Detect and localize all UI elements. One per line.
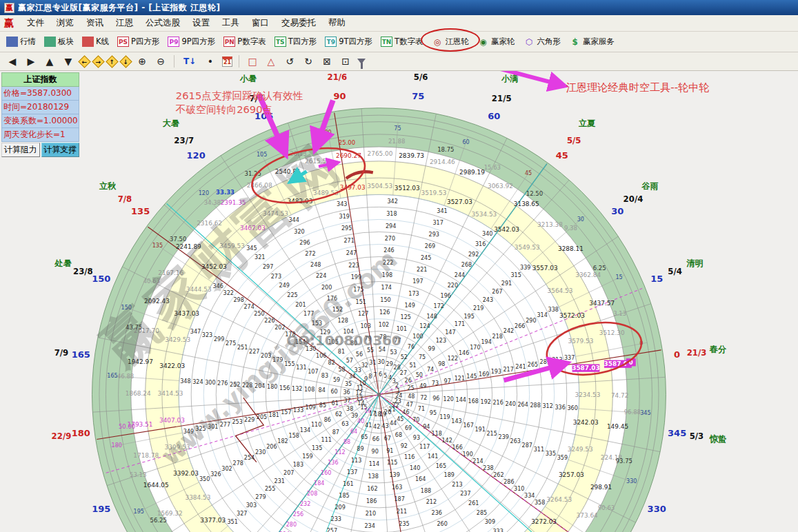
toolbar-button-candlestick[interactable]: K线 [79, 34, 112, 49]
svg-text:7: 7 [373, 372, 377, 378]
calendar-icon[interactable]: 21 [222, 57, 232, 67]
hexagon-icon: ⬡ [523, 37, 535, 47]
svg-text:35: 35 [345, 381, 352, 387]
down-triangle-icon[interactable]: ▼ [61, 56, 75, 67]
svg-text:233: 233 [331, 516, 341, 522]
rotate-cw-icon[interactable]: ↻ [301, 56, 315, 67]
funnel-icon[interactable] [357, 59, 366, 64]
svg-text:214: 214 [472, 458, 483, 464]
svg-text:25: 25 [407, 385, 414, 391]
menu-item-3[interactable]: 江恩 [110, 15, 139, 31]
toolbar-separator [239, 55, 239, 68]
svg-text:327: 327 [237, 511, 247, 517]
svg-text:3392.03: 3392.03 [173, 470, 199, 477]
chart-area[interactable]: 1234567891011121314151617181920212223242… [0, 71, 798, 532]
svg-text:241: 241 [515, 364, 526, 370]
svg-text:297: 297 [263, 264, 273, 270]
toolbar-label: 江恩轮 [446, 37, 470, 47]
tdown-icon[interactable]: T↓ [181, 57, 199, 66]
toolbar-button-ps[interactable]: PSP四方形 [114, 34, 163, 49]
svg-text:163: 163 [392, 484, 402, 491]
box-x-icon[interactable]: ⊠ [320, 56, 334, 67]
svg-text:52: 52 [401, 354, 408, 360]
candlestick-icon [82, 37, 94, 47]
square-tool-icon[interactable]: □ [246, 56, 259, 67]
svg-text:254: 254 [244, 455, 255, 461]
toolbar-button-grid[interactable]: 行情 [3, 34, 39, 49]
svg-text:180: 180 [112, 442, 122, 449]
svg-text:3213.38: 3213.38 [537, 221, 563, 228]
svg-text:201: 201 [295, 302, 306, 308]
svg-text:255: 255 [265, 486, 275, 492]
menu-item-1[interactable]: 浏览 [50, 15, 80, 31]
toolbar-button-tn[interactable]: TNT数字表 [377, 34, 427, 49]
diamond-up-icon[interactable]: ↑ [106, 55, 118, 68]
gann-wheel-canvas[interactable]: 1234567891011121314151617181920212223242… [0, 71, 798, 532]
svg-text:30: 30 [577, 216, 584, 223]
toolbar-button-ts[interactable]: TST四方形 [271, 34, 321, 49]
svg-text:298.91: 298.91 [590, 484, 612, 491]
svg-text:60: 60 [462, 139, 469, 145]
toolbar-button-gann-wheel[interactable]: ◎江恩轮 [428, 34, 473, 49]
toolbar-button-hexagon[interactable]: ⬡六角形 [520, 34, 565, 49]
menu-item-0[interactable]: 文件 [21, 15, 50, 31]
toolbar-button-winner-wheel[interactable]: ◉赢家轮 [474, 34, 519, 49]
toolbar-button-blocks[interactable]: 板块 [41, 34, 77, 49]
svg-text:12.50: 12.50 [526, 190, 543, 197]
svg-text:70: 70 [412, 417, 419, 423]
svg-text:76: 76 [408, 344, 415, 350]
svg-text:81: 81 [338, 349, 345, 355]
svg-text:82: 82 [328, 360, 335, 366]
triangle-tool-icon[interactable]: △ [264, 56, 278, 67]
toolbar-button-dollar[interactable]: $赢家服务 [566, 34, 618, 49]
svg-text:120: 120 [443, 396, 454, 402]
svg-text:3242.03: 3242.03 [573, 419, 599, 426]
tn-icon: TN [381, 37, 392, 47]
svg-text:144: 144 [456, 397, 466, 403]
diamond-down-icon[interactable]: ↓ [119, 55, 132, 68]
rotate-ccw-icon[interactable]: ↺ [283, 56, 297, 67]
diamond-right-icon[interactable]: → [92, 55, 104, 68]
zoom-in-icon[interactable]: ⊕ [135, 56, 149, 67]
toolbar-button-p9[interactable]: P99P四方形 [164, 34, 219, 49]
svg-text:135: 135 [312, 445, 322, 451]
svg-text:159: 159 [302, 453, 312, 460]
svg-text:274: 274 [243, 304, 254, 310]
zoom-out-icon[interactable]: ⊖ [154, 56, 168, 67]
menu-item-9[interactable]: 帮助 [322, 15, 352, 31]
svg-text:121: 121 [455, 376, 465, 382]
menu-item-5[interactable]: 设置 [186, 15, 216, 31]
menu-item-6[interactable]: 工具 [216, 15, 246, 31]
center-icon[interactable]: ⊡ [339, 56, 352, 67]
diamond-left-icon[interactable]: ← [78, 55, 90, 68]
svg-text:3527.03: 3527.03 [447, 198, 472, 205]
svg-text:109: 109 [306, 405, 316, 411]
svg-text:61: 61 [332, 400, 339, 407]
svg-text:1569.32: 1569.32 [157, 510, 183, 517]
svg-text:133: 133 [293, 407, 303, 413]
svg-text:3: 3 [392, 378, 396, 385]
svg-text:118: 118 [432, 431, 442, 437]
svg-text:5/6: 5/6 [414, 72, 428, 82]
forward-icon[interactable]: ▶ [24, 56, 38, 67]
menu-item-7[interactable]: 窗口 [246, 15, 275, 31]
svg-text:269: 269 [425, 243, 435, 249]
menu-item-2[interactable]: 资讯 [80, 15, 110, 31]
menu-item-4[interactable]: 公式选股 [139, 15, 186, 31]
up-triangle-icon[interactable]: ▲ [43, 56, 57, 67]
svg-text:127: 127 [358, 311, 368, 317]
cls-button[interactable]: • [203, 56, 217, 67]
menu-item-8[interactable]: 交易委托 [275, 15, 322, 31]
svg-text:135: 135 [131, 206, 150, 216]
svg-text:132: 132 [292, 386, 302, 392]
calc-resistance-button[interactable]: 计算阻力 [1, 143, 40, 157]
toolbar-button-pn[interactable]: PNP数字表 [220, 34, 269, 49]
toolbar-button-t9[interactable]: T99T四方形 [321, 34, 376, 49]
svg-text:2615点支撑回踩确认有效性: 2615点支撑回踩确认有效性 [176, 90, 303, 101]
calc-support-button[interactable]: 计算支撑 [41, 143, 80, 157]
svg-text:3288.11: 3288.11 [558, 245, 583, 252]
blocks-icon [44, 37, 56, 47]
back-icon[interactable]: ◀ [6, 56, 19, 67]
svg-text:26: 26 [405, 378, 412, 384]
svg-text:149.45: 149.45 [607, 423, 628, 430]
